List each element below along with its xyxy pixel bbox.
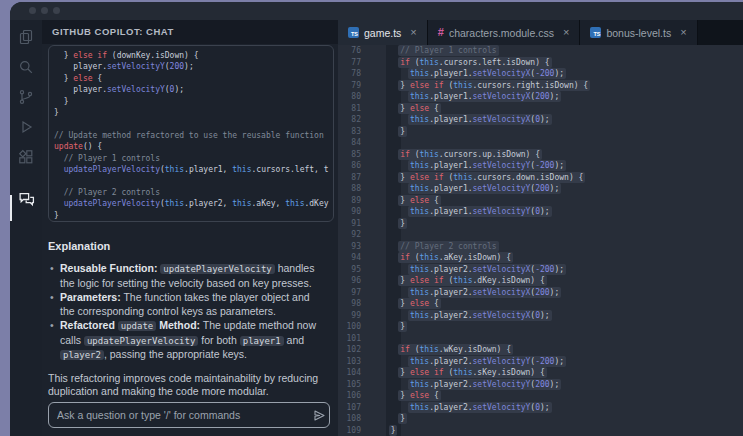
editor-code-line[interactable]: 89 } else { (338, 195, 743, 207)
line-number: 94 (338, 253, 361, 262)
tab-close-icon[interactable]: × (680, 27, 686, 38)
explanation-bullet: Parameters: The function takes the playe… (48, 291, 324, 318)
activity-bar (10, 20, 42, 436)
editor-code-line[interactable]: 84 (338, 137, 743, 149)
editor-code-line[interactable]: 109 } (338, 425, 743, 436)
chat-code-line: ​ (54, 118, 333, 129)
explanation-closing: This refactoring improves code maintaina… (48, 372, 324, 399)
tab-game-ts[interactable]: TS game.ts × (338, 20, 428, 45)
editor-code-line[interactable]: 86 this.player1.setVelocityY(-200); (338, 160, 743, 172)
editor-code-lines: 76 // Player 1 controls77 if (this.curso… (338, 45, 743, 436)
chat-code-line: } else if (downKey.isDown) {​ (54, 50, 333, 61)
line-number: 78 (338, 69, 361, 78)
tab-close-icon[interactable]: × (563, 27, 569, 38)
tab-close-icon[interactable]: × (410, 27, 416, 38)
editor-code-line[interactable]: 102 if (this.wKey.isDown) { (338, 344, 743, 356)
active-view-indicator (10, 195, 12, 221)
line-number: 83 (338, 127, 361, 136)
copilot-chat-icon[interactable] (17, 190, 35, 208)
editor-code-line[interactable]: 93 // Player 2 controls (338, 241, 743, 253)
line-number: 84 (338, 138, 361, 147)
editor-code-line[interactable]: 95 this.player2.setVelocityX(-200); (338, 264, 743, 276)
window-control-dot[interactable] (41, 7, 48, 14)
editor-code-line[interactable]: 78 this.player1.setVelocityX(-200); (338, 68, 743, 80)
explanation-bullet: Refactored update Method: The update met… (48, 319, 324, 363)
editor-code-line[interactable]: 100 } (338, 321, 743, 333)
editor-code-area[interactable]: 76 // Player 1 controls77 if (this.curso… (338, 45, 743, 436)
source-control-icon[interactable] (17, 88, 35, 106)
tab-characters-module-css[interactable]: # characters.module.css × (428, 20, 581, 45)
editor-code-line[interactable]: 97 this.player2.setVelocityX(200); (338, 287, 743, 299)
editor-code-line[interactable]: 107 this.player2.setVelocityY(0); (338, 402, 743, 414)
editor-code-line[interactable]: 88 this.player1.setVelocityY(200); (338, 183, 743, 195)
explanation-bullets: Reusable Function: updatePlayerVelocity … (48, 262, 324, 363)
editor-code-line[interactable]: 99 this.player2.setVelocityX(0); (338, 310, 743, 322)
chat-input[interactable] (49, 409, 309, 421)
editor-code-line[interactable]: 91 } (338, 218, 743, 230)
editor-code-line[interactable]: 76 // Player 1 controls (338, 45, 743, 57)
line-number: 109 (338, 426, 361, 435)
css-file-icon: # (438, 27, 444, 38)
tab-label: characters.module.css (449, 27, 554, 39)
line-number: 77 (338, 58, 361, 67)
editor-code-line[interactable]: 98 } else { (338, 298, 743, 310)
editor-code-line[interactable]: 77 if (this.cursors.left.isDown) { (338, 57, 743, 69)
editor-code-line[interactable]: 96 } else if (this.dKey.isDown) { (338, 275, 743, 287)
page-background: { "chat": { "header": "GITHUB COPILOT: C… (0, 0, 743, 436)
line-number: 99 (338, 311, 361, 320)
editor-code-line[interactable]: 106 } else { (338, 390, 743, 402)
line-number: 96 (338, 276, 361, 285)
line-number: 95 (338, 265, 361, 274)
explanation-heading: Explanation (48, 240, 324, 252)
line-number: 89 (338, 196, 361, 205)
editor-code-line[interactable]: 82 this.player1.setVelocityX(0); (338, 114, 743, 126)
chat-code-block[interactable]: } else if (downKey.isDown) {​ player.set… (48, 45, 334, 222)
editor-code-line[interactable]: 94 if (this.aKey.isDown) { (338, 252, 743, 264)
editor-code-line[interactable]: 104 } else if (this.sKey.isDown) { (338, 367, 743, 379)
app-window: GITHUB COPILOT: CHAT } else if (downKey.… (10, 2, 743, 436)
editor-code-line[interactable]: 79 } else if (this.cursors.right.isDown)… (338, 80, 743, 92)
chat-code-line: // Update method refactored to use the r… (54, 130, 333, 141)
editor-code-line[interactable]: 90 this.player1.setVelocityY(0); (338, 206, 743, 218)
files-icon[interactable] (17, 28, 35, 46)
line-number: 90 (338, 207, 361, 216)
editor-code-line[interactable]: 92 (338, 229, 743, 241)
line-number: 92 (338, 230, 361, 239)
line-number: 98 (338, 299, 361, 308)
editor-code-line[interactable]: 80 this.player1.setVelocityX(200); (338, 91, 743, 103)
editor-code-line[interactable]: 83 } (338, 126, 743, 138)
editor-code-line[interactable]: 101 (338, 333, 743, 345)
tab-label: game.ts (364, 27, 401, 39)
chat-code-line: // Player 1 controls​ (54, 153, 333, 164)
editor-code-line[interactable]: 108 } (338, 413, 743, 425)
extensions-icon[interactable] (17, 148, 35, 166)
line-number: 87 (338, 173, 361, 182)
search-icon[interactable] (17, 58, 35, 76)
line-number: 103 (338, 357, 361, 366)
line-number: 85 (338, 150, 361, 159)
line-number: 93 (338, 242, 361, 251)
line-number: 86 (338, 161, 361, 170)
chat-code-line: ​ (54, 175, 333, 186)
chat-code-line: } else {​ (54, 73, 333, 84)
send-button[interactable] (309, 405, 329, 425)
editor-code-line[interactable]: 105 this.player2.setVelocityY(200); (338, 379, 743, 391)
editor: TS game.ts × # characters.module.css × T… (338, 20, 743, 436)
titlebar (10, 2, 743, 20)
copilot-chat-panel: GITHUB COPILOT: CHAT } else if (downKey.… (42, 20, 338, 436)
tab-bar: TS game.ts × # characters.module.css × T… (338, 20, 743, 45)
line-number: 101 (338, 334, 361, 343)
run-debug-icon[interactable] (17, 118, 35, 136)
editor-code-line[interactable]: 103 this.player2.setVelocityY(-200); (338, 356, 743, 368)
line-number: 100 (338, 322, 361, 331)
typescript-file-icon: TS (348, 27, 359, 38)
chat-code-line: // Player 2 controls​ (54, 187, 333, 198)
line-number: 88 (338, 184, 361, 193)
window-control-dot[interactable] (29, 7, 36, 14)
tab-bonus-level-ts[interactable]: TS bonus-level.ts × (580, 20, 697, 45)
editor-code-line[interactable]: 85 if (this.cursors.up.isDown) { (338, 149, 743, 161)
editor-code-line[interactable]: 87 } else if (this.cursors.down.isDown) … (338, 172, 743, 184)
window-control-dot[interactable] (53, 7, 60, 14)
editor-code-line[interactable]: 81 } else { (338, 103, 743, 115)
typescript-file-icon: TS (590, 27, 601, 38)
